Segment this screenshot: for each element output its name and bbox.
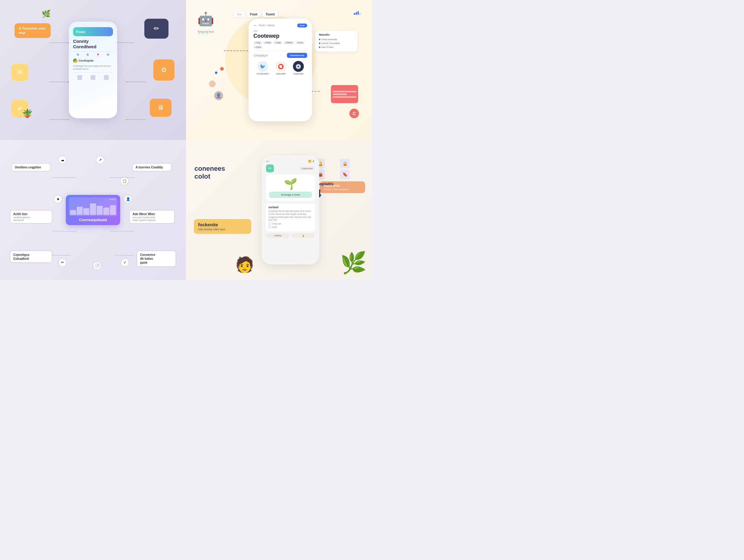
bottom-left-quadrant: Uentiens cogption A toorvies Coadldy Act… (0, 140, 186, 280)
bl-dashed-h2 (110, 177, 134, 178)
bl-central-box: Coorearpdeatd (66, 195, 120, 225)
tr-blue-dot (215, 72, 217, 74)
br-action-btn-1[interactable]: Ceplory (266, 233, 290, 238)
tl-icon-dot-1 (77, 53, 79, 56)
br-icon-box-4: 🔖 (340, 169, 350, 179)
tl-phone-divider-2 (73, 72, 113, 73)
email-icon: ✉ (17, 69, 23, 76)
dot-1 (110, 199, 111, 200)
bl-box-bottom-left: CopesligssColcadlorti (10, 251, 52, 263)
tr-icon-circle-3: 💿 (293, 61, 304, 72)
arrow-icon: → (89, 31, 92, 34)
dot-3 (114, 199, 116, 200)
tl-arrow-mid: ► (49, 81, 70, 83)
br-phone-btn-row: Ceplory 🔒 (266, 233, 315, 238)
br-icon-box-2: 🔒 (340, 159, 350, 168)
br-yellow-box: fockenite inds whotey wiles seot (194, 219, 251, 234)
br-phone-section: surtand A cooeesy ferved coik. By lirplo… (266, 203, 315, 231)
tr-phone-icon-row: 🐦 Coortavetion ⭕ Autscitetit 💿 (253, 61, 307, 75)
bl-dashed-h1 (52, 177, 76, 178)
lock-icon: 🔒 (342, 161, 347, 166)
bl-content: Uentiens cogption A toorvies Coadldy Act… (5, 147, 181, 273)
check-3: ✓ (206, 31, 209, 36)
checkbox-1[interactable] (268, 223, 271, 225)
bl-dashed-h5 (52, 255, 70, 255)
br-plant-deco: 🌿 (340, 252, 367, 273)
sidebar-dot-1 (319, 39, 320, 40)
br-phone: fos 📶 🔋 ✏ Codlemioior 🌱 Acourage e noute (262, 156, 319, 264)
tr-header-box: App (234, 11, 245, 17)
tr-robot: 🤖 (197, 11, 214, 27)
battery-icon: 🔋 (312, 160, 315, 163)
tl-bottom-icon-2 (90, 75, 96, 80)
tl-phone-google-text: Coodrapate (78, 59, 94, 62)
tl-gear-box: ⚙ (153, 59, 175, 81)
user-icon: 👤 (214, 91, 223, 98)
bl-node-doc: 📋 (120, 177, 128, 185)
bl-box-top-right: A toorvies Coadldy (132, 163, 172, 171)
tl-arrow-bot: ► (49, 118, 70, 121)
signal-bar-4 (359, 13, 361, 15)
tl-monitor-box: 🖥 (150, 99, 172, 117)
br-phone-time: fos (266, 160, 269, 163)
chart-bar-4 (90, 203, 96, 215)
signal-bar-2 (356, 12, 357, 15)
tr-icon-bird: 🐦 (257, 61, 268, 72)
tr-sidebar: Nteostic Third Inrenotis Urrent, Conniti… (315, 31, 358, 51)
tl-floating-label: A Toooches coot wup (14, 23, 51, 38)
ring-icon: ⭕ (278, 64, 284, 69)
tl-phone-title: ConntyCoredtwed (73, 39, 113, 49)
tr-signup-btn[interactable]: Goesal-nerd (287, 53, 307, 58)
tl-phone-desc: Coosheges ints srec.ocigne pol:oamond co… (73, 65, 113, 71)
tl-content: A Toooches coot wup ✉ ✔ ✏ ⚙ 🖥 (5, 7, 181, 133)
bl-node-check: ✓ (121, 258, 129, 267)
bl-box-mid-left: Actth tion randhak gireumnporshed (10, 210, 52, 224)
tr-red-circle-badge: C (349, 109, 359, 118)
br-right-panel: 🔔 🔒 👜 🔖 cooplatiis 4 (315, 159, 364, 200)
bookmark-icon: 🔖 (342, 172, 347, 177)
top-right-quadrant: 🤖 App Foot Toont Tood (186, 0, 372, 140)
tr-orange-dot (220, 67, 224, 71)
tl-phone-google-row: Coodrapate (73, 58, 113, 63)
check-1: ✓ (197, 31, 200, 36)
br-figure-deco: 🧑 (235, 256, 254, 273)
tl-plant-2: 🌿 (42, 10, 51, 18)
br-phone-status: fos 📶 🔋 (266, 160, 315, 163)
back-icon: ← (253, 23, 258, 28)
tl-bottom-icon-1 (77, 75, 82, 80)
tl-phone-bottom-row (73, 75, 113, 80)
chart-bar-2 (77, 207, 83, 215)
top-left-quadrant: A Toooches coot wup ✉ ✔ ✏ ⚙ 🖥 (0, 0, 186, 140)
tr-icon-item-1: 🐦 Coortavetion (257, 61, 269, 75)
wifi-icon: 📶 (308, 160, 311, 163)
checkbox-2[interactable] (268, 226, 271, 228)
tr-phone: ← Fock > Items Cole App Cootewep • Troy … (249, 19, 312, 121)
tr-signal-icon (354, 11, 361, 15)
chart-bar-7 (110, 205, 116, 215)
chart-bar-3 (83, 208, 89, 215)
tl-arrow-top: ► (49, 41, 70, 44)
sidebar-dot-3 (319, 46, 320, 48)
br-phone-bar: ✏ Codlemioior (266, 164, 315, 172)
tl-phone-header-text: Fooc (76, 30, 85, 34)
tl-icon-dot-2 (86, 53, 89, 56)
signal-bar-1 (354, 13, 355, 15)
tr-header-bar: App Foot Toont (234, 11, 278, 17)
tl-plant-pot: 🪴 (22, 108, 33, 118)
tr-icon-item-3: 💿 Colpiutade (293, 61, 304, 75)
chevron-down-icon: › (355, 37, 356, 39)
bl-box-top-left: Uentiens cogption (11, 163, 51, 171)
br-phone-btn-sm[interactable]: Codlemioior (300, 166, 315, 170)
tr-signin-row: Conapalg In Goesal-nerd (253, 53, 307, 58)
br-action-btn-2[interactable]: 🔒 (291, 233, 315, 238)
bl-node-star: ★ (54, 195, 62, 203)
bl-box-bottom-right: Cocoeviceith tutionpamt (137, 251, 176, 267)
bl-central-inner (69, 197, 117, 216)
bl-central-text: Coorearpdeatd (79, 217, 107, 222)
tl-phone: Fooc → ConntyCoredtwed 📍 Coodrapate (69, 22, 117, 118)
tr-header-box-2: Foot (247, 11, 260, 17)
tr-divider (253, 51, 307, 51)
bl-node-arrow: ↗ (96, 156, 105, 164)
br-status-icons: 📶 🔋 (308, 160, 315, 163)
tr-red-line-2 (333, 93, 347, 95)
